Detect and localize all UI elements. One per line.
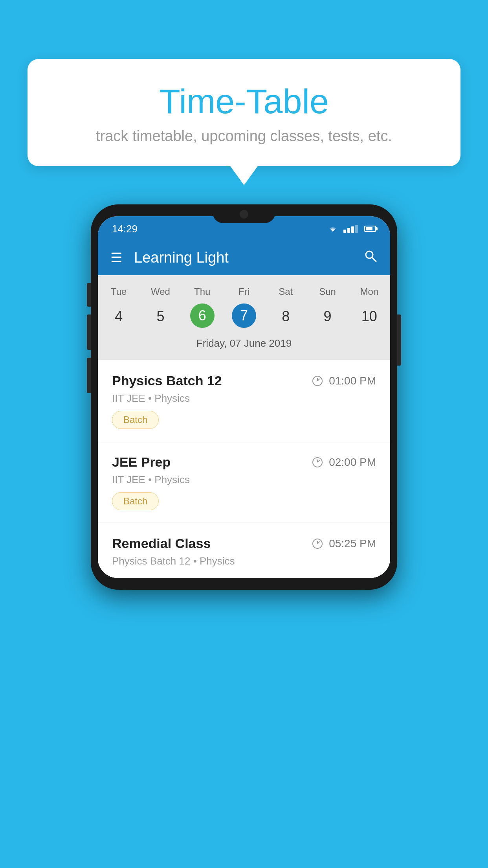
phone-mockup: 14:29 xyxy=(91,204,397,590)
day-name-thu: Thu xyxy=(182,283,223,300)
wifi-icon xyxy=(327,224,339,233)
day-9[interactable]: 9 xyxy=(306,303,348,329)
side-button-volume-down1 xyxy=(87,314,91,350)
clock-icon-3 xyxy=(312,539,323,549)
schedule-item-1-sub: IIT JEE • Physics xyxy=(112,392,376,405)
app-toolbar: ☰ Learning Light xyxy=(98,240,390,275)
phone-frame: 14:29 xyxy=(91,204,397,590)
selected-date-label: Friday, 07 June 2019 xyxy=(98,333,390,357)
status-time: 14:29 xyxy=(112,223,138,235)
schedule-item-2-header: JEE Prep 02:00 PM xyxy=(112,454,376,470)
calendar-strip: Tue Wed Thu Fri Sat Sun Mon 4 5 6 7 8 9 … xyxy=(98,275,390,360)
schedule-item-2-name: JEE Prep xyxy=(112,454,171,470)
side-button-volume-up xyxy=(87,283,91,307)
schedule-item-2-time: 02:00 PM xyxy=(312,456,376,469)
day-10[interactable]: 10 xyxy=(349,303,390,329)
batch-tag-2: Batch xyxy=(112,492,159,510)
status-bar: 14:29 xyxy=(98,216,390,240)
side-button-volume-down2 xyxy=(87,358,91,393)
day-name-sat: Sat xyxy=(265,283,306,300)
search-icon[interactable] xyxy=(363,249,378,266)
schedule-item-1-time: 01:00 PM xyxy=(312,375,376,387)
clock-icon-1 xyxy=(312,376,323,386)
schedule-item-3[interactable]: Remedial Class 05:25 PM Physics Batch 12… xyxy=(98,522,390,578)
day-name-fri: Fri xyxy=(223,283,265,300)
day-7-selected[interactable]: 7 xyxy=(232,303,256,328)
day-6-today[interactable]: 6 xyxy=(190,303,215,328)
schedule-item-2[interactable]: JEE Prep 02:00 PM IIT JEE • Physics Batc… xyxy=(98,441,390,522)
speech-bubble: Time-Table track timetable, upcoming cla… xyxy=(28,59,460,166)
days-row: Tue Wed Thu Fri Sat Sun Mon xyxy=(98,283,390,300)
day-name-tue: Tue xyxy=(98,283,139,300)
battery-icon xyxy=(364,226,376,232)
schedule-item-3-name: Remedial Class xyxy=(112,536,211,551)
hamburger-icon[interactable]: ☰ xyxy=(110,250,122,265)
schedule-item-1-header: Physics Batch 12 01:00 PM xyxy=(112,373,376,388)
day-name-wed: Wed xyxy=(139,283,181,300)
status-icons xyxy=(327,224,376,233)
batch-tag-1: Batch xyxy=(112,411,159,429)
svg-line-1 xyxy=(372,257,376,261)
day-name-sun: Sun xyxy=(306,283,348,300)
schedule-item-3-time: 05:25 PM xyxy=(312,537,376,550)
schedule-list: Physics Batch 12 01:00 PM IIT JEE • Phys… xyxy=(98,360,390,578)
clock-icon-2 xyxy=(312,457,323,467)
day-4[interactable]: 4 xyxy=(98,303,139,329)
schedule-item-2-sub: IIT JEE • Physics xyxy=(112,474,376,486)
day-name-mon: Mon xyxy=(349,283,390,300)
schedule-item-1-name: Physics Batch 12 xyxy=(112,373,222,388)
bubble-title: Time-Table xyxy=(47,83,441,121)
day-5[interactable]: 5 xyxy=(139,303,181,329)
side-button-power xyxy=(397,314,401,366)
day-8[interactable]: 8 xyxy=(265,303,306,329)
app-title: Learning Light xyxy=(134,249,363,266)
day-numbers: 4 5 6 7 8 9 10 xyxy=(98,300,390,333)
signal-bars xyxy=(343,225,358,233)
bubble-subtitle: track timetable, upcoming classes, tests… xyxy=(47,128,441,145)
schedule-item-1[interactable]: Physics Batch 12 01:00 PM IIT JEE • Phys… xyxy=(98,360,390,441)
phone-screen: 14:29 xyxy=(98,216,390,578)
schedule-item-3-header: Remedial Class 05:25 PM xyxy=(112,536,376,551)
schedule-item-3-sub: Physics Batch 12 • Physics xyxy=(112,555,376,567)
